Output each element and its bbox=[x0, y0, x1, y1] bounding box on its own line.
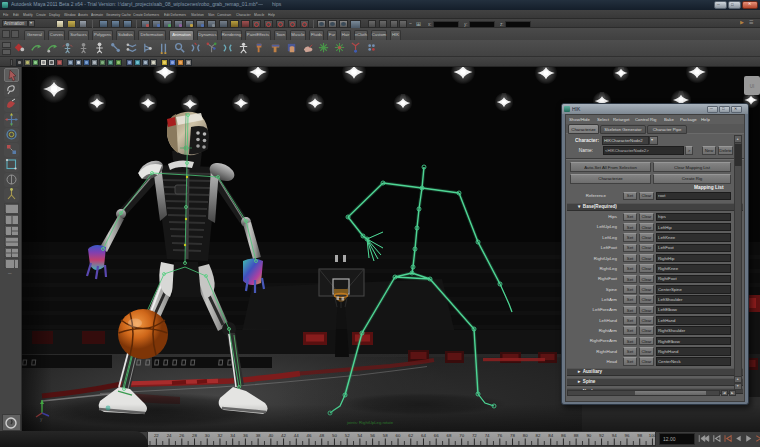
svg-text:86: 86 bbox=[561, 433, 566, 438]
svg-text:50: 50 bbox=[332, 433, 337, 438]
svg-text:66: 66 bbox=[434, 433, 439, 438]
svg-text:98: 98 bbox=[637, 433, 642, 438]
svg-text:58: 58 bbox=[383, 433, 388, 438]
svg-text:24: 24 bbox=[167, 433, 172, 438]
svg-text:42: 42 bbox=[281, 433, 286, 438]
svg-text:78: 78 bbox=[510, 433, 515, 438]
svg-text:84: 84 bbox=[548, 433, 553, 438]
svg-text:90: 90 bbox=[586, 433, 591, 438]
svg-text:52: 52 bbox=[345, 433, 350, 438]
svg-text:76: 76 bbox=[497, 433, 502, 438]
svg-text:38: 38 bbox=[256, 433, 261, 438]
svg-text:36: 36 bbox=[243, 433, 248, 438]
svg-text:80: 80 bbox=[523, 433, 528, 438]
svg-text:64: 64 bbox=[421, 433, 426, 438]
svg-text:UI: UI bbox=[750, 84, 755, 89]
svg-text:74: 74 bbox=[485, 433, 490, 438]
svg-text:68: 68 bbox=[446, 433, 451, 438]
svg-text:96: 96 bbox=[625, 433, 630, 438]
svg-text:22: 22 bbox=[154, 433, 159, 438]
svg-text:48: 48 bbox=[319, 433, 324, 438]
svg-text:30: 30 bbox=[205, 433, 210, 438]
svg-text:34: 34 bbox=[230, 433, 235, 438]
svg-text:100: 100 bbox=[649, 433, 656, 438]
svg-text:32: 32 bbox=[218, 433, 223, 438]
svg-text:94: 94 bbox=[612, 433, 617, 438]
svg-text:72: 72 bbox=[472, 433, 477, 438]
svg-text:40: 40 bbox=[268, 433, 273, 438]
svg-text:28: 28 bbox=[192, 433, 197, 438]
svg-text:82: 82 bbox=[536, 433, 541, 438]
svg-text:44: 44 bbox=[294, 433, 299, 438]
svg-text:60: 60 bbox=[396, 433, 401, 438]
svg-text:88: 88 bbox=[574, 433, 579, 438]
svg-text:92: 92 bbox=[599, 433, 604, 438]
svg-text:46: 46 bbox=[307, 433, 312, 438]
svg-text:70: 70 bbox=[459, 433, 464, 438]
svg-text:54: 54 bbox=[357, 433, 362, 438]
svg-text:56: 56 bbox=[370, 433, 375, 438]
svg-text:62: 62 bbox=[408, 433, 413, 438]
svg-text:26: 26 bbox=[179, 433, 184, 438]
